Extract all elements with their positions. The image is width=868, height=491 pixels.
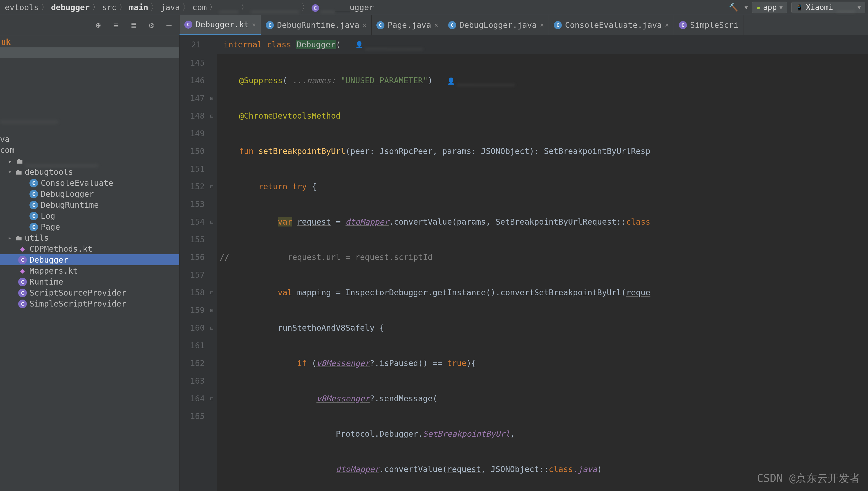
tree-top[interactable]: uk: [0, 36, 179, 48]
editor-tabs: CDebugger.kt× CDebugRuntime.java× CPage.…: [179, 15, 868, 35]
crumb-0[interactable]: evtools: [3, 3, 41, 12]
tab-page[interactable]: CPage.java×: [371, 15, 443, 35]
chevron-right-icon: 〉: [119, 2, 127, 13]
fold-icon[interactable]: ⊟: [210, 284, 213, 301]
author-icon: 👤: [355, 41, 363, 49]
tree-pkg-blur[interactable]: ▸ 🖿_______________: [0, 155, 179, 167]
tree-file-5[interactable]: CSimpleScriptProvider: [0, 298, 179, 309]
crumb-5[interactable]: com: [190, 3, 209, 12]
folder-icon: 🖿: [16, 168, 23, 176]
tree-utils[interactable]: ▸🖿utils: [0, 232, 179, 243]
chevron-right-icon: 〉: [241, 2, 249, 13]
run-config-label: app: [763, 3, 777, 12]
chevron-right-icon: 〉: [150, 2, 158, 13]
tree-file-0[interactable]: ◆CDPMethods.kt: [0, 243, 179, 254]
code-lines[interactable]: @Suppress( ...names: "UNUSED_PARAMETER")…: [217, 54, 868, 491]
sidebar-toolbar: ⊕ ≡ ≣ ⚙ —: [0, 15, 179, 35]
kotlin-class-icon: C: [18, 278, 27, 286]
device-dropdown[interactable]: 📱 Xiaomi ____ ▼: [791, 2, 865, 13]
close-icon[interactable]: ×: [665, 22, 669, 29]
crumb-blur-1[interactable]: ____: [217, 3, 241, 12]
code-editor[interactable]: 145 146 147 148 149 150 151 152 153 154 …: [179, 54, 868, 491]
folder-icon: ▸ 🖿: [8, 157, 23, 165]
hide-icon[interactable]: —: [164, 20, 174, 30]
chevron-down-icon: ▼: [858, 4, 861, 11]
close-icon[interactable]: ×: [434, 22, 438, 29]
tree-com[interactable]: com: [0, 145, 179, 155]
tree-class-3[interactable]: CLog: [0, 210, 179, 222]
sticky-class-header: 21 internal class Debugger ( 👤 _________…: [179, 35, 868, 54]
tree-class-4[interactable]: CPage: [0, 222, 179, 232]
tab-simplescript[interactable]: CSimpleScri: [674, 15, 744, 35]
project-tree[interactable]: uk ____________ va com ▸ 🖿______________…: [0, 35, 179, 491]
crumb-4[interactable]: java: [158, 3, 182, 12]
tree-blank[interactable]: [0, 48, 179, 58]
fold-gutter[interactable]: ⊟ ⊟ ⊟ ⊟ ⊟ ⊟ ⊟ ⊟: [209, 54, 217, 491]
fold-icon[interactable]: ⊟: [210, 213, 213, 231]
tree-file-4[interactable]: CScriptSourceProvider: [0, 287, 179, 298]
chevron-down-icon: ▾: [8, 169, 16, 175]
locate-icon[interactable]: ⊕: [93, 20, 103, 30]
class-icon: C: [29, 179, 38, 187]
close-icon[interactable]: ×: [362, 22, 366, 29]
kotlin-class-icon: C: [18, 256, 27, 264]
tab-debuglogger[interactable]: CDebugLogger.java×: [443, 15, 549, 35]
toolbar-right: 🔨 ▼ ▰ app ▼ 📱 Xiaomi ____ ▼: [727, 2, 865, 13]
class-icon: C: [29, 190, 38, 198]
chevron-right-icon: 〉: [209, 2, 217, 13]
fold-icon[interactable]: ⊟: [210, 319, 213, 337]
kotlin-file-icon: ◆: [18, 267, 27, 275]
expand-all-icon[interactable]: ≡: [111, 20, 121, 30]
crumb-blur-2[interactable]: __________: [249, 3, 301, 12]
kotlin-class-icon: C: [312, 4, 319, 12]
kotlin-file-icon: ◆: [18, 245, 27, 253]
tree-file-2[interactable]: ◆Mappers.kt: [0, 265, 179, 276]
tab-consoleeval[interactable]: CConsoleEvaluate.java×: [549, 15, 674, 35]
tree-class-0[interactable]: CConsoleEvaluate: [0, 177, 179, 189]
tree-file-3[interactable]: CRuntime: [0, 276, 179, 287]
close-icon[interactable]: ×: [252, 21, 256, 28]
build-icon[interactable]: 🔨: [727, 3, 740, 12]
crumb-1[interactable]: debugger: [49, 3, 92, 12]
crumb-2[interactable]: src: [100, 3, 119, 12]
android-icon: ▰: [757, 4, 760, 11]
tab-debugruntime[interactable]: CDebugRuntime.java×: [261, 15, 371, 35]
fold-icon[interactable]: ⊟: [210, 178, 213, 196]
gear-icon[interactable]: ⚙: [146, 20, 156, 30]
fold-icon[interactable]: ⊟: [210, 301, 213, 319]
close-icon[interactable]: ×: [540, 22, 544, 29]
java-class-icon: C: [376, 21, 385, 29]
tree-class-2[interactable]: CDebugRuntime: [0, 199, 179, 210]
crumb-final[interactable]: C______ugger: [309, 3, 376, 12]
folder-icon: 🖿: [16, 234, 23, 242]
tree-debugtools[interactable]: ▾🖿debugtools: [0, 167, 179, 177]
java-class-icon: C: [554, 21, 562, 29]
tree-blur1[interactable]: ____________: [0, 112, 179, 123]
chevron-right-icon: 〉: [301, 2, 309, 13]
chevron-right-icon: ▸: [8, 234, 16, 241]
kotlin-class-icon: C: [184, 21, 192, 29]
class-icon: C: [29, 223, 38, 231]
chevron-right-icon: 〉: [92, 2, 100, 13]
build-dropdown-icon[interactable]: ▼: [745, 4, 748, 11]
author-icon: 👤: [447, 77, 455, 85]
crumb-3[interactable]: main: [127, 3, 150, 12]
run-config-dropdown[interactable]: ▰ app ▼: [752, 2, 787, 13]
tab-debugger[interactable]: CDebugger.kt×: [179, 15, 261, 35]
breadcrumbs: evtools〉 debugger〉 src〉 main〉 java〉 com〉…: [3, 2, 727, 13]
device-suffix: ____: [837, 3, 855, 12]
collapse-all-icon[interactable]: ≣: [129, 20, 139, 30]
fold-icon[interactable]: ⊟: [210, 89, 213, 107]
kotlin-class-icon: C: [679, 21, 687, 29]
tree-va[interactable]: va: [0, 134, 179, 145]
device-label: Xiaomi: [806, 3, 833, 12]
project-sidebar: ⊕ ≡ ≣ ⚙ — uk ____________ va com ▸ 🖿____…: [0, 15, 179, 491]
fold-icon[interactable]: ⊟: [210, 390, 213, 407]
class-icon: C: [29, 212, 38, 220]
tree-class-1[interactable]: CDebugLogger: [0, 189, 179, 199]
fold-icon[interactable]: ⊟: [210, 107, 213, 125]
kotlin-class-icon: C: [18, 299, 27, 308]
chevron-right-icon: 〉: [182, 2, 190, 13]
java-class-icon: C: [266, 21, 274, 29]
tree-file-debugger[interactable]: CDebugger: [0, 254, 179, 265]
